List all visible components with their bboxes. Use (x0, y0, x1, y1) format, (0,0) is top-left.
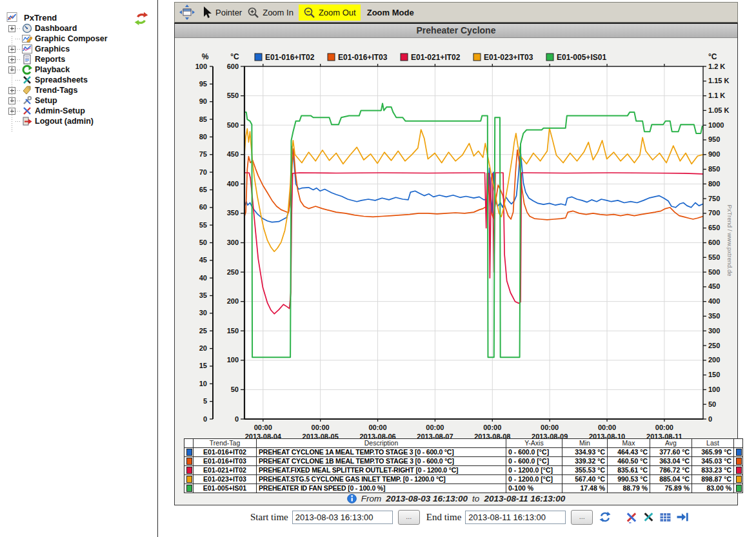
svg-text:80: 80 (199, 133, 207, 141)
pointer-icon (201, 6, 212, 19)
svg-text:%: % (202, 52, 209, 61)
cell-y-axis: 0-100 % (506, 484, 562, 493)
from-label: From (361, 494, 382, 503)
row-color-swatch (184, 484, 194, 493)
sidebar-item-spreadsheets[interactable]: Spreadsheets (0, 75, 157, 85)
chart-title: Preheater Cyclone (175, 24, 737, 38)
cell-max: 464.43 °C (608, 448, 650, 457)
table-header-y-axis: Y-Axis (506, 439, 562, 448)
trend-table-wrap: Trend-TagDescriptionY-AxisMinMaxAvgLastE… (184, 438, 736, 493)
sidebar-item-admin-setup[interactable]: Admin-Setup (0, 106, 157, 116)
svg-text:00:00: 00:00 (541, 424, 559, 431)
chart-plot-area[interactable] (244, 66, 703, 419)
to-label: to (472, 494, 479, 503)
svg-text:40: 40 (199, 274, 207, 282)
chart-legend: E01-016+IT02E01-016+IT03E01-021+IT02E01-… (255, 53, 606, 62)
svg-text:500: 500 (227, 121, 239, 129)
end-time-browse-button[interactable]: ... (571, 510, 593, 525)
svg-text:00:00: 00:00 (483, 424, 501, 431)
cell-y-axis: 0 - 1200.0 [°C] (506, 475, 562, 484)
table-row[interactable]: E01-005+IS01PREHEATER ID FAN SPEED [0 - … (184, 484, 743, 493)
legend-item[interactable]: E01-023+IT03 (473, 53, 533, 62)
svg-text:850: 850 (708, 165, 720, 173)
excel-export-icon[interactable] (642, 511, 655, 523)
cell-avg: 885.04 °C (650, 475, 692, 484)
svg-text:75: 75 (199, 150, 207, 158)
table-row[interactable]: E01-023+IT03PREHEAT.STG.5 CYCLONE GAS IN… (184, 475, 743, 484)
tags-icon (21, 85, 32, 95)
svg-text:400: 400 (227, 180, 239, 188)
cell-last: 833.23 °C (692, 466, 734, 475)
sidebar-refresh-icon[interactable] (134, 12, 148, 26)
cell-min: 334.93 °C (562, 448, 608, 457)
zoom-in-button[interactable]: Zoom In (247, 6, 293, 19)
sidebar-item-logout-admin[interactable]: Logout (admin) (0, 116, 157, 126)
legend-item[interactable]: E01-016+IT03 (328, 53, 388, 62)
admin-icon (21, 106, 32, 116)
svg-text:E01-005+IS01: E01-005+IS01 (557, 53, 606, 62)
y-axis-celsius-right: 0501001502002503003504004505005506006507… (703, 52, 729, 423)
start-time-browse-button[interactable]: ... (398, 510, 420, 525)
svg-text:550: 550 (708, 253, 720, 261)
svg-text:00:00: 00:00 (598, 424, 616, 431)
cell-min: 567.40 °C (562, 475, 608, 484)
legend-item[interactable]: E01-016+IT02 (255, 53, 315, 62)
cell-last: 898.87 °C (692, 475, 734, 484)
row-color-swatch (734, 475, 743, 484)
sidebar-item-playback[interactable]: Playback (0, 64, 157, 75)
table-header-avg: Avg (650, 439, 692, 448)
trend-chart[interactable]: 0510152025303540455055606570758085909510… (175, 37, 737, 450)
svg-text:750: 750 (708, 195, 720, 202)
svg-text:100: 100 (227, 356, 239, 364)
svg-text:90: 90 (199, 97, 207, 105)
pointer-tool-button[interactable]: Pointer (201, 6, 242, 19)
svg-text:900: 900 (708, 150, 720, 158)
time-controls: Start time ... End time ... (174, 509, 738, 525)
table-row[interactable]: E01-021+IT02PREHEAT.FIXED MEAL SPLITTER … (184, 466, 743, 475)
svg-text:95: 95 (199, 80, 207, 88)
end-time-input[interactable] (465, 511, 566, 524)
data-grid-icon[interactable] (659, 512, 671, 523)
y-axis-percent: 0510152025303540455055606570758085909510… (195, 52, 213, 423)
sidebar-item-graphic-composer[interactable]: Graphic Composer (0, 34, 157, 44)
logout-icon (21, 116, 32, 126)
cell-last: 83.00 % (692, 484, 734, 493)
series-E01-016+IT02 (244, 146, 703, 222)
cell-y-axis: 0 - 600.0 [°C] (506, 448, 562, 457)
table-row[interactable]: E01-016+IT03PREHEAT CYCLONE 1B MEAL TEMP… (184, 457, 743, 466)
series-E01-005+IS01 (244, 103, 703, 357)
go-to-end-icon[interactable] (676, 511, 689, 523)
time-range-info: From 2013-08-03 16:13:00 to 2013-08-11 1… (175, 494, 737, 503)
row-color-swatch (184, 448, 194, 457)
sidebar-item-trend-tags[interactable]: Trend-Tags (0, 85, 157, 95)
zoom-out-button[interactable]: Zoom Out (299, 5, 361, 21)
sidebar-item-label: Playback (35, 65, 70, 74)
table-header-min: Min (562, 439, 608, 448)
table-header-description: Description (257, 439, 506, 448)
cell-y-axis: 0 - 600.0 [°C] (506, 457, 562, 466)
sidebar-item-setup[interactable]: Setup (0, 95, 157, 106)
svg-text:450: 450 (227, 150, 239, 158)
start-time-input[interactable] (292, 511, 393, 524)
sidebar-item-label: Spreadsheets (35, 75, 88, 84)
setup-tools-icon[interactable] (625, 511, 638, 523)
cell-trend-tag: E01-023+IT03 (194, 475, 257, 484)
svg-text:00:00: 00:00 (655, 424, 673, 431)
table-row[interactable]: E01-016+IT02PREHEAT CYCLONE 1A MEAL TEMP… (184, 448, 743, 457)
tree-expander-icon[interactable] (8, 25, 15, 32)
legend-item[interactable]: E01-021+IT02 (401, 53, 461, 62)
svg-text:55: 55 (199, 221, 207, 229)
legend-item[interactable]: E01-005+IS01 (546, 53, 606, 62)
sidebar-item-reports[interactable]: Reports (0, 54, 157, 64)
svg-text:350: 350 (227, 209, 239, 217)
setup-icon (21, 95, 32, 106)
svg-text:E01-016+IT02: E01-016+IT02 (265, 53, 315, 62)
row-color-swatch (184, 466, 194, 475)
svg-text:550: 550 (227, 92, 239, 99)
pan-icon[interactable] (179, 4, 195, 21)
svg-text:50: 50 (708, 400, 716, 408)
svg-text:5: 5 (203, 397, 207, 405)
sidebar-item-graphics[interactable]: Graphics (0, 44, 157, 54)
refresh-icon[interactable] (599, 511, 611, 523)
table-header-swatch (184, 439, 194, 448)
